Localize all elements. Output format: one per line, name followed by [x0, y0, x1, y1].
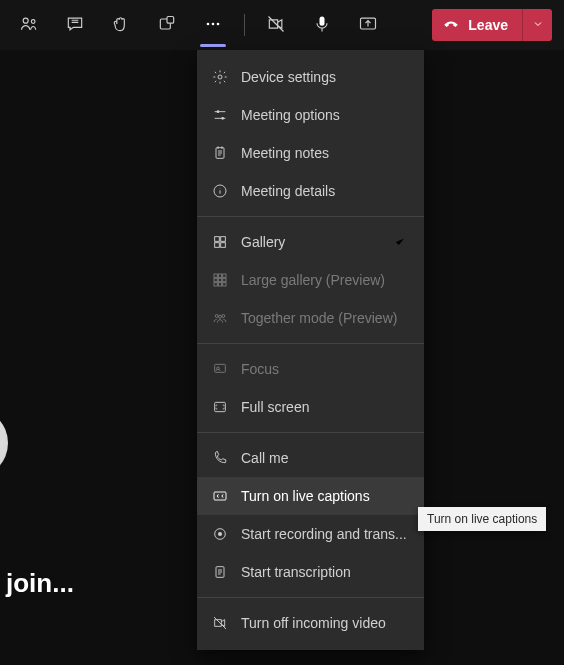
svg-point-9 [218, 75, 222, 79]
menu-label: Start recording and trans... [241, 526, 408, 542]
menu-gallery[interactable]: Gallery [197, 223, 424, 261]
menu-divider [197, 216, 424, 217]
menu-label: Start transcription [241, 564, 408, 580]
meeting-toolbar: Leave [0, 0, 564, 50]
svg-rect-24 [214, 283, 217, 286]
menu-start-recording[interactable]: Start recording and trans... [197, 515, 424, 553]
together-icon [211, 309, 229, 327]
menu-device-settings[interactable]: Device settings [197, 58, 424, 96]
svg-point-11 [221, 117, 224, 120]
svg-point-0 [23, 18, 28, 23]
svg-rect-15 [221, 237, 226, 242]
toolbar-divider [244, 14, 245, 36]
people-button[interactable] [6, 2, 52, 48]
svg-rect-26 [223, 283, 226, 286]
breakout-rooms-button[interactable] [144, 2, 190, 48]
svg-rect-16 [215, 243, 220, 248]
svg-rect-19 [218, 274, 221, 277]
menu-label: Turn on live captions [241, 488, 408, 504]
microphone-icon [312, 14, 332, 37]
avatar [0, 408, 8, 478]
menu-meeting-options[interactable]: Meeting options [197, 96, 424, 134]
leave-button[interactable]: Leave [432, 9, 522, 41]
raise-hand-button[interactable] [98, 2, 144, 48]
menu-label: Gallery [241, 234, 380, 250]
menu-label: Meeting details [241, 183, 408, 199]
menu-label: Focus [241, 361, 408, 377]
menu-turn-off-incoming-video[interactable]: Turn off incoming video [197, 604, 424, 642]
check-icon [392, 234, 408, 250]
svg-point-28 [222, 315, 225, 318]
menu-full-screen[interactable]: Full screen [197, 388, 424, 426]
hangup-icon [442, 15, 460, 36]
menu-call-me[interactable]: Call me [197, 439, 424, 477]
hand-icon [111, 14, 131, 37]
leave-split-button: Leave [432, 9, 552, 41]
menu-live-captions[interactable]: Turn on live captions [197, 477, 424, 515]
more-actions-button[interactable] [190, 2, 236, 48]
svg-rect-33 [214, 492, 226, 500]
ellipsis-icon [203, 14, 223, 37]
share-button[interactable] [345, 2, 391, 48]
svg-rect-18 [214, 274, 217, 277]
menu-start-transcription[interactable]: Start transcription [197, 553, 424, 591]
sliders-icon [211, 106, 229, 124]
menu-large-gallery: Large gallery (Preview) [197, 261, 424, 299]
chevron-down-icon [532, 17, 544, 33]
svg-point-27 [215, 315, 218, 318]
info-icon [211, 182, 229, 200]
camera-off-icon [266, 14, 286, 37]
svg-rect-21 [214, 278, 217, 281]
people-icon [19, 14, 39, 37]
menu-meeting-details[interactable]: Meeting details [197, 172, 424, 210]
svg-rect-25 [218, 283, 221, 286]
more-actions-menu: Device settings Meeting options Meeting … [197, 50, 424, 650]
notes-icon [211, 144, 229, 162]
menu-label: Large gallery (Preview) [241, 272, 408, 288]
grid-3x3-icon [211, 271, 229, 289]
menu-label: Together mode (Preview) [241, 310, 408, 326]
menu-label: Meeting options [241, 107, 408, 123]
chat-icon [65, 14, 85, 37]
grid-2x2-icon [211, 233, 229, 251]
menu-label: Meeting notes [241, 145, 408, 161]
svg-rect-14 [215, 237, 220, 242]
menu-label: Full screen [241, 399, 408, 415]
menu-divider [197, 432, 424, 433]
camera-button[interactable] [253, 2, 299, 48]
menu-divider [197, 343, 424, 344]
svg-rect-3 [167, 16, 174, 23]
svg-point-4 [207, 22, 210, 25]
menu-meeting-notes[interactable]: Meeting notes [197, 134, 424, 172]
transcript-icon [211, 563, 229, 581]
svg-rect-32 [215, 402, 226, 411]
phone-icon [211, 449, 229, 467]
closed-captions-icon [211, 487, 229, 505]
lobby-join-text: join... [6, 568, 74, 599]
leave-dropdown-button[interactable] [522, 9, 552, 41]
video-off-icon [211, 614, 229, 632]
mic-button[interactable] [299, 2, 345, 48]
svg-point-5 [212, 22, 215, 25]
share-screen-icon [358, 14, 378, 37]
svg-rect-22 [218, 278, 221, 281]
svg-rect-17 [221, 243, 226, 248]
menu-together-mode: Together mode (Preview) [197, 299, 424, 337]
svg-point-1 [31, 19, 35, 23]
fullscreen-icon [211, 398, 229, 416]
svg-point-6 [217, 22, 220, 25]
svg-rect-7 [320, 16, 325, 25]
menu-focus: Focus [197, 350, 424, 388]
menu-divider [197, 597, 424, 598]
menu-label: Turn off incoming video [241, 615, 408, 631]
svg-point-35 [218, 532, 222, 536]
svg-point-10 [217, 110, 220, 113]
chat-button[interactable] [52, 2, 98, 48]
svg-rect-23 [223, 278, 226, 281]
rooms-icon [157, 14, 177, 37]
svg-rect-20 [223, 274, 226, 277]
focus-icon [211, 360, 229, 378]
record-icon [211, 525, 229, 543]
tooltip-live-captions: Turn on live captions [418, 507, 546, 531]
menu-label: Device settings [241, 69, 408, 85]
